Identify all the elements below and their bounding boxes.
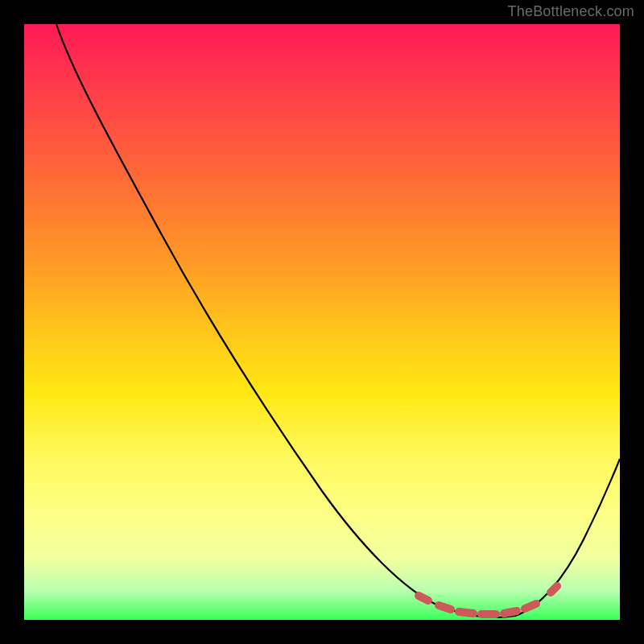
svg-line-0: [419, 596, 428, 601]
svg-line-5: [525, 604, 536, 609]
svg-line-1: [439, 605, 451, 609]
plot-area: [24, 24, 620, 620]
chart-frame: TheBottleneck.com: [0, 0, 644, 644]
svg-line-6: [551, 586, 557, 592]
bottleneck-curve: [56, 24, 620, 617]
watermark-label: TheBottleneck.com: [508, 3, 634, 20]
svg-line-4: [504, 611, 517, 613]
svg-line-2: [459, 612, 473, 613]
chart-svg: [24, 24, 620, 620]
optimal-zone-markers: [419, 586, 557, 614]
